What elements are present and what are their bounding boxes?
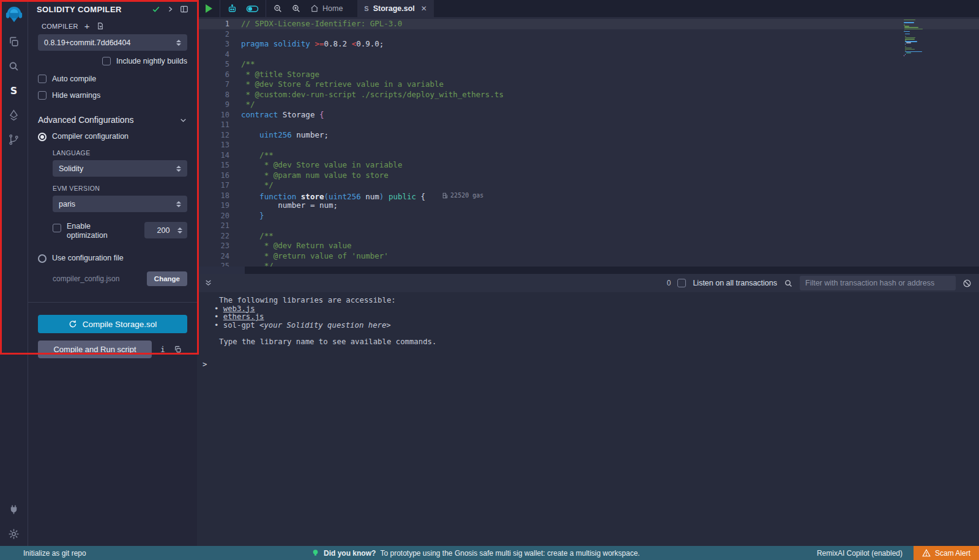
line-number[interactable]: 13 bbox=[197, 140, 236, 150]
line-number[interactable]: 6 bbox=[197, 70, 236, 80]
settings-gear-icon[interactable] bbox=[0, 521, 28, 546]
line-number[interactable]: 2 bbox=[197, 29, 236, 40]
hide-warnings-checkbox[interactable] bbox=[38, 91, 47, 100]
listen-transactions-checkbox[interactable] bbox=[677, 279, 686, 287]
include-nightly-row[interactable]: Include nightly builds bbox=[38, 57, 187, 65]
line-number[interactable]: 25 bbox=[197, 261, 236, 267]
terminal-output[interactable]: The following libraries are accessible:•… bbox=[197, 292, 979, 546]
search-icon[interactable] bbox=[0, 54, 28, 78]
terminal-link[interactable]: ethers.js bbox=[223, 312, 264, 321]
init-git-repo-button[interactable]: Initialize as git repo bbox=[23, 549, 86, 558]
compile-and-run-button[interactable]: Compile and Run script bbox=[38, 341, 152, 358]
terminal-prompt[interactable]: > bbox=[197, 361, 979, 369]
collapse-terminal-icon[interactable] bbox=[204, 279, 212, 287]
code-editor[interactable]: 1// SPDX-License-Identifier: GPL-3.023pr… bbox=[197, 17, 979, 267]
run-script-play-icon[interactable] bbox=[206, 4, 212, 13]
code-line[interactable]: 13 bbox=[197, 140, 979, 150]
line-number[interactable]: 17 bbox=[197, 180, 236, 191]
clear-console-icon[interactable] bbox=[962, 279, 972, 288]
code-line[interactable]: 25 */ bbox=[197, 261, 979, 267]
compiler-configuration-radio[interactable] bbox=[38, 133, 47, 141]
copy-icon[interactable] bbox=[174, 345, 182, 353]
code-line[interactable]: 10contract Storage { bbox=[197, 110, 979, 120]
auto-compile-row[interactable]: Auto compile bbox=[38, 75, 187, 83]
solidity-compiler-icon[interactable]: S bbox=[0, 78, 28, 103]
plugin-manager-icon[interactable] bbox=[0, 497, 28, 521]
use-configuration-file-option[interactable]: Use configuration file bbox=[38, 254, 187, 263]
advanced-configurations-header[interactable]: Advanced Configurations bbox=[38, 115, 187, 125]
compiler-configuration-option[interactable]: Compiler configuration bbox=[38, 132, 187, 141]
hide-warnings-row[interactable]: Hide warnings bbox=[38, 91, 187, 100]
scam-alert-button[interactable]: Scam Alert bbox=[914, 546, 979, 560]
remix-logo-icon[interactable] bbox=[0, 0, 28, 29]
compiler-version-select[interactable]: 0.8.19+commit.7dd6d404 bbox=[38, 34, 187, 51]
line-number[interactable]: 4 bbox=[197, 50, 236, 60]
line-number[interactable]: 24 bbox=[197, 251, 236, 262]
code-line[interactable]: 1// SPDX-License-Identifier: GPL-3.0 bbox=[197, 19, 979, 29]
pin-panel-icon[interactable] bbox=[180, 5, 188, 13]
scrollbar-thumb[interactable] bbox=[197, 267, 245, 274]
enable-optimization-checkbox[interactable] bbox=[53, 224, 61, 232]
line-number[interactable]: 23 bbox=[197, 241, 236, 251]
auto-compile-checkbox[interactable] bbox=[38, 75, 47, 83]
line-number[interactable]: 21 bbox=[197, 221, 236, 231]
line-number[interactable]: 20 bbox=[197, 211, 236, 221]
code-line[interactable]: 2 bbox=[197, 29, 979, 40]
line-number[interactable]: 7 bbox=[197, 79, 236, 90]
line-number[interactable]: 11 bbox=[197, 120, 236, 130]
code-line[interactable]: 24 * @return value of 'number' bbox=[197, 251, 979, 262]
terminal-link[interactable]: web3.js bbox=[223, 304, 255, 313]
line-number[interactable]: 16 bbox=[197, 171, 236, 181]
line-number[interactable]: 10 bbox=[197, 110, 236, 120]
zoom-out-icon[interactable] bbox=[273, 4, 283, 13]
code-line[interactable]: 18 function store(uint256 num) public {2… bbox=[197, 191, 979, 201]
use-configuration-file-radio[interactable] bbox=[38, 254, 47, 263]
compile-button[interactable]: Compile Storage.sol bbox=[38, 315, 187, 333]
horizontal-scrollbar[interactable] bbox=[197, 267, 979, 274]
code-line[interactable]: 19 number = num; bbox=[197, 201, 979, 211]
terminal-search-icon[interactable] bbox=[784, 279, 793, 288]
minimap[interactable] bbox=[904, 20, 947, 56]
code-line[interactable]: 20 } bbox=[197, 211, 979, 221]
chevron-right-icon[interactable] bbox=[166, 6, 174, 13]
line-number[interactable]: 18 bbox=[197, 191, 236, 201]
code-line[interactable]: 14 /** bbox=[197, 150, 979, 161]
remix-ai-robot-icon[interactable] bbox=[227, 4, 237, 14]
code-line[interactable]: 9 */ bbox=[197, 100, 979, 110]
code-line[interactable]: 8 * @custom:dev-run-script ./scripts/dep… bbox=[197, 90, 979, 100]
line-number[interactable]: 15 bbox=[197, 160, 236, 171]
code-line[interactable]: 16 * @param num value to store bbox=[197, 171, 979, 181]
code-line[interactable]: 4 bbox=[197, 50, 979, 60]
code-line[interactable]: 23 * @dev Return value bbox=[197, 241, 979, 251]
line-number[interactable]: 8 bbox=[197, 90, 236, 100]
code-line[interactable]: 3pragma solidity >=0.8.2 <0.9.0; bbox=[197, 39, 979, 50]
home-tab[interactable]: Home bbox=[310, 4, 343, 13]
line-number[interactable]: 12 bbox=[197, 130, 236, 141]
evm-version-select[interactable]: paris bbox=[53, 196, 187, 212]
change-config-button[interactable]: Change bbox=[147, 271, 187, 286]
line-number[interactable]: 5 bbox=[197, 59, 236, 70]
optimization-runs-input[interactable]: 200 bbox=[144, 222, 187, 238]
info-icon[interactable]: i bbox=[160, 345, 165, 354]
line-number[interactable]: 9 bbox=[197, 100, 236, 110]
code-line[interactable]: 5/** bbox=[197, 59, 979, 70]
ai-copilot-toggle-icon[interactable] bbox=[246, 4, 259, 13]
code-line[interactable]: 21 bbox=[197, 221, 979, 231]
code-line[interactable]: 22 /** bbox=[197, 231, 979, 241]
zoom-in-icon[interactable] bbox=[291, 4, 301, 13]
add-compiler-icon[interactable]: + bbox=[84, 23, 90, 29]
deploy-run-icon[interactable] bbox=[0, 103, 28, 127]
code-line[interactable]: 7 * @dev Store & retrieve value in a var… bbox=[197, 79, 979, 90]
code-line[interactable]: 6 * @title Storage bbox=[197, 70, 979, 80]
language-select[interactable]: Solidity bbox=[53, 160, 187, 177]
line-number[interactable]: 1 bbox=[197, 19, 236, 29]
line-number[interactable]: 22 bbox=[197, 231, 236, 241]
line-number[interactable]: 19 bbox=[197, 201, 236, 211]
code-line[interactable]: 11 bbox=[197, 120, 979, 130]
transaction-filter-input[interactable] bbox=[800, 276, 956, 290]
stepper-caret-icon[interactable] bbox=[177, 227, 182, 234]
tab-storage-sol[interactable]: S Storage.sol ✕ bbox=[357, 0, 433, 17]
reload-compiler-icon[interactable] bbox=[96, 22, 104, 30]
code-line[interactable]: 12 uint256 number; bbox=[197, 130, 979, 141]
line-number[interactable]: 3 bbox=[197, 39, 236, 50]
